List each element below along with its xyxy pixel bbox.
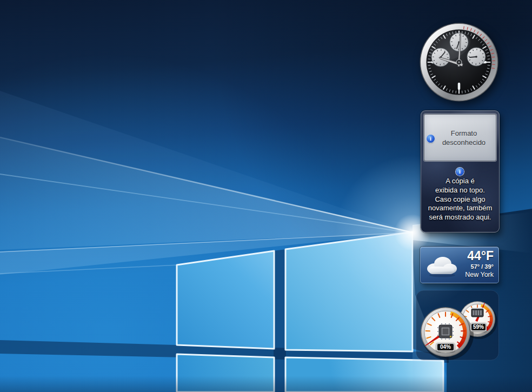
clock-gadget[interactable] <box>418 22 500 103</box>
analog-clock-face <box>418 22 500 103</box>
high-low-temperature: 57° / 39° <box>465 263 494 270</box>
clipboard-gadget[interactable]: Formato desconhecido A cópia é exibida n… <box>421 110 500 232</box>
clipboard-item-text: Formato desconhecido <box>424 129 496 147</box>
desktop: Formato desconhecido A cópia é exibida n… <box>0 0 532 392</box>
cpu-meter-gadget[interactable]: 04% 59% <box>415 290 500 361</box>
clipboard-message-text: A cópia é exibida no topo. Caso copie al… <box>421 177 499 222</box>
ram-chip-icon <box>471 308 483 317</box>
cpu-chip-icon <box>437 323 454 340</box>
info-icon <box>456 168 464 176</box>
weather-location: New York <box>465 270 494 279</box>
cpu-usage-badge: 04% <box>436 343 455 351</box>
ram-usage-badge: 59% <box>470 323 487 331</box>
current-temperature: 44°F <box>465 249 494 263</box>
weather-gadget[interactable]: 44°F 57° / 39° New York <box>420 247 499 283</box>
cloudy-weather-icon <box>424 253 459 277</box>
info-icon <box>427 135 435 143</box>
clipboard-current-item[interactable]: Formato desconhecido <box>424 114 496 161</box>
